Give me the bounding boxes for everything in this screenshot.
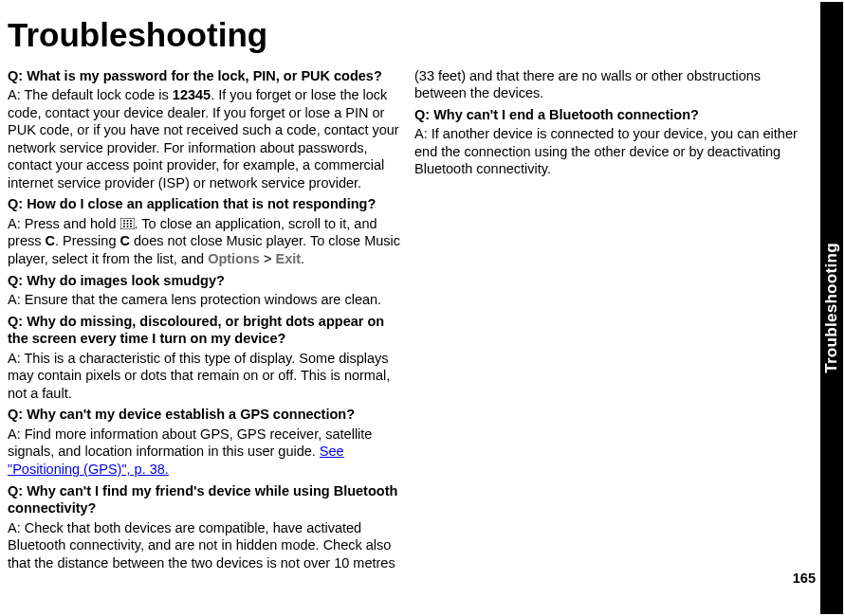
question-3: Q: Why do images look smudgy? [8, 272, 401, 290]
body-columns: Q: What is my password for the lock, PIN… [8, 67, 808, 606]
answer-2-text-5: . [301, 251, 304, 266]
lock-code-value: 12345 [173, 87, 211, 102]
answer-1-text-cont: . If you forget or lose the lock code, c… [8, 87, 399, 190]
svg-point-4 [123, 223, 125, 225]
page-number: 165 [793, 571, 816, 586]
key-c-2: C [119, 233, 129, 248]
svg-point-5 [126, 223, 128, 225]
question-1: Q: What is my password for the lock, PIN… [8, 67, 401, 85]
question-6: Q: Why can't I find my friend's device w… [8, 482, 401, 517]
svg-point-9 [130, 226, 132, 227]
svg-point-8 [126, 226, 128, 227]
svg-point-1 [123, 220, 125, 222]
question-7: Q: Why can't I end a Bluetooth connectio… [414, 106, 808, 124]
svg-point-6 [130, 223, 132, 225]
answer-7: A: If another device is connected to you… [414, 125, 808, 178]
options-label: Options [208, 251, 260, 266]
exit-label: Exit [275, 251, 301, 266]
page-content: Troubleshooting Q: What is my password f… [0, 0, 816, 616]
answer-2-text-3: . Pressing [55, 233, 120, 248]
answer-2: A: Press and hold . To close an applicat… [8, 215, 401, 268]
answer-2-text-1: A: Press and hold [8, 216, 120, 231]
answer-1-text: A: The default lock code is [8, 87, 173, 102]
side-tab: Troubleshooting [820, 2, 843, 614]
answer-3: A: Ensure that the camera lens protectio… [8, 291, 401, 309]
answer-4: A: This is a characteristic of this type… [8, 350, 401, 403]
answer-5: A: Find more information about GPS, GPS … [8, 426, 401, 479]
svg-point-3 [130, 220, 132, 222]
menu-key-icon [120, 216, 135, 227]
svg-point-7 [123, 226, 125, 227]
answer-1: A: The default lock code is 12345. If yo… [8, 86, 401, 191]
page-title: Troubleshooting [8, 17, 808, 54]
svg-point-2 [126, 220, 128, 222]
question-5: Q: Why can't my device establish a GPS c… [8, 406, 401, 424]
key-c-1: C [46, 233, 55, 248]
side-tab-label: Troubleshooting [822, 243, 841, 373]
question-4: Q: Why do missing, discoloured, or brigh… [8, 313, 401, 348]
answer-5-text: A: Find more information about GPS, GPS … [8, 426, 372, 460]
question-2: Q: How do I close an application that is… [8, 195, 401, 213]
gt-separator: > [260, 251, 276, 266]
